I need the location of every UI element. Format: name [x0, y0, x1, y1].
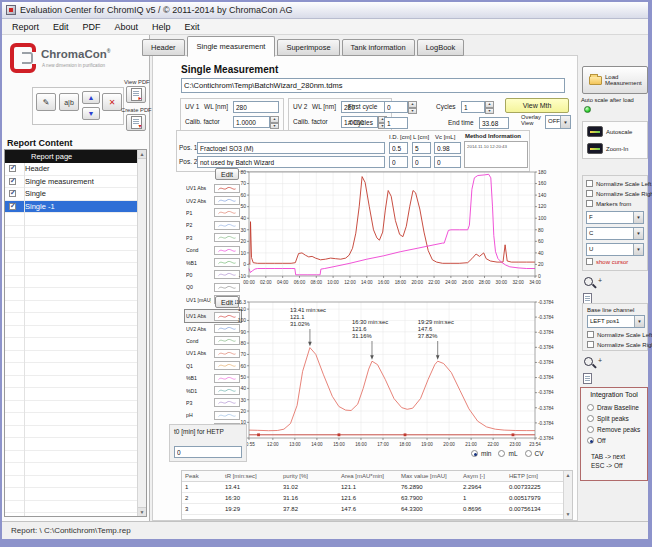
integration-radio-draw-baseline[interactable]: Draw Baseline	[587, 404, 640, 411]
report-row-checkbox[interactable]	[9, 203, 16, 210]
channel-row-cond[interactable]: Cond	[185, 244, 241, 256]
end-time-input[interactable]	[479, 117, 509, 129]
tab-tank-information[interactable]: Tank information	[342, 39, 415, 56]
tab-superimpose[interactable]: Superimpose	[277, 39, 339, 56]
chevron-down-icon[interactable]: ▼	[634, 316, 644, 327]
delete-page-button[interactable]: ✕	[102, 93, 122, 111]
show-cursor-checkbox[interactable]: show cursor	[586, 258, 628, 265]
scroll-up-icon[interactable]: ▲	[138, 150, 146, 159]
channel-row-p3[interactable]: P3	[185, 232, 241, 244]
unit-radio-ml[interactable]: mL	[498, 450, 517, 457]
chevron-down-icon[interactable]: ▼	[560, 116, 570, 128]
tab-logbook[interactable]: LogBook	[417, 39, 465, 56]
peak-table-row-1[interactable]: 113.4131.02121.176.28902.29640.00733225	[182, 482, 572, 493]
radio-icon[interactable]	[587, 437, 594, 444]
pos2-length-input[interactable]	[412, 156, 431, 168]
chevron-down-icon[interactable]: ▼	[633, 244, 643, 255]
uv1-wl-input[interactable]	[233, 101, 279, 113]
radio-icon[interactable]	[525, 450, 532, 457]
auto-scale-led-indicator[interactable]	[584, 106, 591, 113]
move-up-button[interactable]: ▲	[82, 91, 100, 104]
tab-header[interactable]: Header	[142, 39, 185, 56]
load-measurement-button[interactable]: Load Measurement	[582, 66, 648, 94]
pos1-volume-input[interactable]	[434, 142, 461, 154]
channel-row-uv2-abs[interactable]: UV2 Abs	[185, 322, 241, 334]
measurement-path-input[interactable]	[181, 78, 565, 93]
report-table-scrollbar[interactable]: ▲▼	[137, 150, 146, 516]
menu-pdf[interactable]: PDF	[76, 20, 108, 34]
pos1-column-input[interactable]	[197, 142, 385, 154]
channel-row-uv2-abs[interactable]: UV2 Abs	[185, 194, 241, 206]
radio-icon[interactable]	[587, 404, 594, 411]
cycles-input[interactable]	[461, 101, 485, 113]
cycles-spinner[interactable]: ▲▼	[485, 101, 494, 113]
scroll-up-icon[interactable]: ▲	[564, 471, 572, 480]
pos1-length-input[interactable]	[412, 142, 431, 154]
channel-row-q0[interactable]: Q0	[185, 281, 241, 293]
integration-radio-split-peaks[interactable]: Split peaks	[587, 415, 640, 422]
report-row-header[interactable]: Header	[5, 163, 146, 176]
pos2-volume-input[interactable]	[434, 156, 461, 168]
pos1-id-input[interactable]	[389, 142, 408, 154]
menu-about[interactable]: About	[108, 20, 146, 34]
uv1-calib-input[interactable]	[233, 116, 270, 128]
checkbox-icon[interactable]	[587, 341, 594, 348]
unit-radio-min[interactable]: min	[471, 450, 491, 457]
checkbox-icon[interactable]	[586, 258, 593, 265]
peak-table-row-2[interactable]: 216:3031.16121.663.790010.00517979	[182, 493, 572, 504]
channel-row-ph[interactable]: pH	[185, 409, 241, 421]
pos2-column-input[interactable]	[197, 156, 385, 168]
channel-row-cond[interactable]: Cond	[185, 335, 241, 347]
chevron-down-icon[interactable]: ▼	[633, 228, 643, 239]
t0-input[interactable]	[174, 446, 242, 458]
integration-radio-off[interactable]: Off	[587, 437, 640, 444]
num-cycles-input[interactable]	[384, 117, 408, 129]
baseline-channel-dropdown[interactable]: LEFT pos1▼	[587, 315, 645, 328]
normalize-scale-left-checkbox[interactable]: Normalize Scale Left	[586, 180, 651, 187]
report-row-single[interactable]: Single	[5, 188, 146, 201]
menu-help[interactable]: Help	[145, 20, 178, 34]
channel-row-d1[interactable]: %D1	[185, 384, 241, 396]
uv1-calib-spinner[interactable]: ▲▼	[270, 116, 279, 128]
normalize-scale-right-checkbox[interactable]: Normalize Scale Right	[586, 190, 652, 197]
chromatogram-zoom-chart[interactable]: 116.3110100908070605040302010-3.815-0.37…	[235, 298, 579, 456]
zoom-in-button[interactable]: Zoom-In	[587, 143, 628, 154]
view-pdf-button[interactable]	[126, 86, 146, 103]
chromatogram-full-chart[interactable]: 80706050403020100-1018016014012010080604…	[235, 168, 579, 298]
create-pdf-button[interactable]	[126, 114, 146, 131]
checkbox-icon[interactable]	[587, 331, 594, 338]
report-row-checkbox[interactable]	[9, 190, 16, 197]
menu-report[interactable]: Report	[5, 20, 46, 34]
scroll-down-icon[interactable]: ▼	[564, 510, 572, 519]
integration-radio-remove-peaks[interactable]: Remove peaks	[587, 426, 640, 433]
pos2-id-input[interactable]	[389, 156, 408, 168]
normalize-scale-right-checkbox[interactable]: Normalize Scale Right	[587, 341, 652, 348]
checkbox-icon[interactable]	[586, 180, 593, 187]
report-row-checkbox[interactable]	[9, 165, 16, 172]
marker-dropdown-c[interactable]: C▼	[586, 227, 644, 240]
rename-ab-button[interactable]: a|b	[59, 93, 79, 111]
channel-row-p0[interactable]: P0	[185, 269, 241, 281]
move-down-button[interactable]: ▼	[82, 107, 100, 120]
normalize-scale-left-checkbox[interactable]: Normalize Scale Left	[587, 331, 652, 338]
report-row-single-measurement[interactable]: Single measurement	[5, 176, 146, 189]
checkbox-icon[interactable]	[586, 200, 593, 207]
channel-row-uv1-abs[interactable]: UV1 Abs	[185, 347, 241, 359]
channel-row-uv1-abs[interactable]: UV1 Abs	[185, 310, 241, 322]
unit-radio-cv[interactable]: CV	[525, 450, 544, 457]
peak-table-scrollbar[interactable]: ▲▼	[563, 471, 572, 519]
menu-edit[interactable]: Edit	[46, 20, 76, 34]
channel-row-p2[interactable]: P2	[185, 219, 241, 231]
menu-exit[interactable]: Exit	[178, 20, 207, 34]
overlay-view-dropdown[interactable]: OFF▼	[545, 115, 571, 129]
marker-dropdown-f[interactable]: F▼	[586, 211, 644, 224]
channel-row-uv1-abs[interactable]: UV1 Abs	[185, 182, 241, 194]
first-cycle-spinner[interactable]: ▲▼	[408, 101, 417, 113]
radio-icon[interactable]	[471, 450, 478, 457]
channel-row-p1[interactable]: P1	[185, 207, 241, 219]
tab-single-measurement[interactable]: Single measurement	[187, 36, 276, 57]
checkbox-icon[interactable]	[586, 190, 593, 197]
radio-icon[interactable]	[587, 426, 594, 433]
copy-page-tool[interactable]	[583, 370, 592, 388]
report-row-single-1[interactable]: Single -1	[5, 201, 146, 214]
